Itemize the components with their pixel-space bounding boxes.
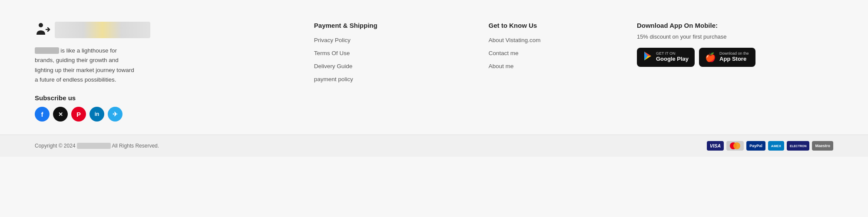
app-download-section: Download App On Mobile: 15% discount on … [637, 22, 833, 67]
apple-icon: 🍎 [705, 52, 716, 62]
app-discount-text: 15% discount on your first purchase [637, 33, 833, 40]
list-item: Contact me [489, 49, 620, 57]
app-store-button[interactable]: 🍎 Download on the App Store [699, 48, 755, 67]
get-to-know-title: Get to Know Us [489, 22, 620, 29]
list-item: Privacy Policy [314, 36, 471, 44]
copyright-text: Copyright © 2024 Vistating.com All Right… [35, 143, 159, 149]
app-store-text: Download on the App Store [719, 52, 749, 63]
app-store-sub: Download on the [719, 52, 749, 56]
paypal-icon: PayPal [746, 141, 765, 151]
pinterest-icon[interactable]: P [71, 107, 86, 122]
telegram-icon[interactable]: ✈ [108, 107, 123, 122]
about-vistating-link[interactable]: About Vistating.com [489, 37, 541, 43]
delivery-guide-link[interactable]: Delivery Guide [314, 63, 353, 69]
app-buttons-container: GET IT ON Google Play 🍎 Download on the … [637, 48, 833, 67]
list-item: Delivery Guide [314, 62, 471, 70]
google-play-sub: GET IT ON [656, 52, 689, 56]
subscribe-label: Subscribe us [35, 94, 297, 102]
list-item: About me [489, 62, 620, 70]
brand-description: Vistating is like a lighthouse for brand… [35, 46, 135, 85]
x-twitter-icon[interactable]: ✕ [53, 107, 68, 122]
contact-me-link[interactable]: Contact me [489, 50, 519, 56]
logo-icon [35, 22, 51, 38]
google-play-button[interactable]: GET IT ON Google Play [637, 48, 695, 67]
google-play-icon [643, 51, 653, 63]
payment-shipping-section: Payment & Shipping Privacy Policy Terms … [314, 22, 471, 83]
get-to-know-section: Get to Know Us About Vistating.com Conta… [489, 22, 620, 70]
list-item: Terms Of Use [314, 49, 471, 57]
brand-logo [35, 22, 297, 38]
mastercard-icon [726, 141, 744, 151]
social-icons-container: f ✕ P in ✈ [35, 107, 297, 122]
google-play-main: Google Play [656, 56, 689, 63]
visa-card-icon: VISA [707, 141, 724, 151]
amex-icon: AMEX [768, 141, 784, 151]
app-download-title: Download App On Mobile: [637, 22, 833, 29]
linkedin-icon[interactable]: in [89, 107, 104, 122]
visa-electron-icon: ELECTRON [787, 141, 810, 151]
payment-shipping-links: Privacy Policy Terms Of Use Delivery Gui… [314, 36, 471, 83]
payment-shipping-title: Payment & Shipping [314, 22, 471, 29]
about-me-link[interactable]: About me [489, 63, 514, 69]
list-item: About Vistating.com [489, 36, 620, 44]
get-to-know-links: About Vistating.com Contact me About me [489, 36, 620, 70]
google-play-text: GET IT ON Google Play [656, 52, 689, 63]
app-store-main: App Store [719, 56, 749, 63]
svg-point-0 [39, 23, 43, 27]
logo-text [55, 22, 150, 38]
facebook-icon[interactable]: f [35, 107, 50, 122]
payment-icons: VISA PayPal AMEX ELECTRON Maestro [707, 141, 833, 151]
footer-main: Vistating is like a lighthouse for brand… [0, 0, 868, 135]
terms-of-use-link[interactable]: Terms Of Use [314, 50, 350, 56]
list-item: payment policy [314, 75, 471, 83]
maestro-icon: Maestro [812, 141, 833, 151]
privacy-policy-link[interactable]: Privacy Policy [314, 37, 351, 43]
payment-policy-link[interactable]: payment policy [314, 76, 353, 82]
brand-section: Vistating is like a lighthouse for brand… [35, 22, 297, 122]
footer-bottom: Copyright © 2024 Vistating.com All Right… [0, 135, 868, 157]
